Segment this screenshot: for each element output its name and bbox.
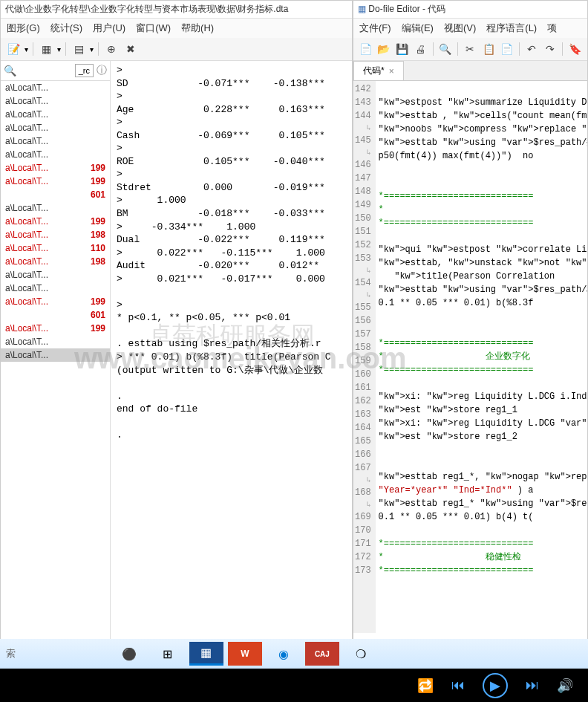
- menu-item[interactable]: 文件(F): [359, 22, 391, 35]
- paste-icon[interactable]: 📄: [499, 41, 514, 57]
- history-row[interactable]: a\Local\T...199: [1, 175, 110, 188]
- code-editor[interactable]: 142143144↳145↳146147148149150151152153↳1…: [353, 81, 587, 633]
- taskbar-edge[interactable]: ◉: [267, 642, 301, 666]
- close-icon[interactable]: ×: [389, 66, 394, 77]
- copy-icon[interactable]: 📋: [481, 41, 497, 57]
- more-icon[interactable]: ⊕: [103, 41, 120, 57]
- history-row[interactable]: a\Local\T...110: [1, 241, 110, 255]
- history-row[interactable]: a\Local\T...199: [1, 215, 110, 228]
- menu-item[interactable]: 程序语言(L): [486, 22, 537, 35]
- stata-titlebar: 代做\企业数字化转型\企业数字化转型与资本市场表现\数据\财务指标.dta: [1, 1, 352, 19]
- history-sidebar: 🔍 _rc ⓘ a\Local\T...a\Local\T...a\Local\…: [1, 61, 111, 646]
- history-row[interactable]: a\Local\T...: [1, 134, 110, 148]
- history-row[interactable]: a\Local\T...199: [1, 161, 110, 175]
- data-browse-icon[interactable]: ▤: [71, 41, 87, 57]
- prev-icon[interactable]: ⏮: [451, 677, 465, 693]
- stata-window: 代做\企业数字化转型\企业数字化转型与资本市场表现\数据\财务指标.dta 图形…: [0, 0, 353, 650]
- taskbar-app2[interactable]: ❍: [344, 642, 378, 666]
- taskbar-cortana[interactable]: ⚫: [112, 642, 146, 666]
- results-pane[interactable]: > SD -0.071*** -0.138*** > Age 0.228*** …: [111, 61, 352, 646]
- undo-icon[interactable]: ↶: [524, 41, 540, 57]
- taskbar-taskview[interactable]: ⊞: [151, 642, 185, 666]
- print-icon[interactable]: 🖨: [413, 41, 428, 57]
- menu-item[interactable]: 统计(S): [50, 22, 82, 35]
- stata-menubar: 图形(G)统计(S)用户(U)窗口(W)帮助(H): [1, 19, 352, 38]
- history-row[interactable]: a\Local\T...: [1, 108, 110, 121]
- history-row[interactable]: a\Local\T...198: [1, 228, 110, 241]
- redo-icon[interactable]: ↷: [543, 41, 558, 57]
- history-row[interactable]: a\Local\T...: [1, 335, 110, 348]
- windows-taskbar: 索 ⚫ ⊞ ▦ W ◉ CAJ ❍: [0, 639, 588, 669]
- history-row[interactable]: a\Local\T...: [1, 121, 110, 134]
- tab-strip: 代码* ×: [353, 61, 587, 81]
- dofile-menubar: 文件(F)编辑(E)视图(V)程序语言(L)项: [353, 19, 587, 38]
- tab-code[interactable]: 代码* ×: [353, 61, 404, 80]
- cut-icon[interactable]: ✂: [463, 41, 478, 57]
- dofile-toolbar: 📄 📂 💾 🖨 🔍 ✂ 📋 📄 ↶ ↷ 🔖: [353, 38, 587, 61]
- break-icon[interactable]: ✖: [122, 41, 139, 57]
- menu-item[interactable]: 窗口(W): [136, 22, 171, 35]
- history-row[interactable]: a\Local\T...199: [1, 295, 110, 308]
- history-row[interactable]: 601: [1, 308, 110, 322]
- menu-item[interactable]: 图形(G): [7, 22, 40, 35]
- menu-item[interactable]: 用户(U): [93, 22, 125, 35]
- dofile-icon[interactable]: 📝: [5, 41, 22, 57]
- search-icon[interactable]: 🔍: [438, 41, 454, 57]
- history-row[interactable]: a\Local\T...: [1, 282, 110, 295]
- history-row[interactable]: a\Local\T...: [1, 94, 110, 108]
- menu-item[interactable]: 视图(V): [444, 22, 476, 35]
- open-icon[interactable]: 📂: [376, 41, 392, 57]
- taskbar-caj[interactable]: CAJ: [305, 642, 339, 666]
- next-icon[interactable]: ⏭: [526, 677, 539, 693]
- history-row[interactable]: 601: [1, 188, 110, 201]
- repeat-icon[interactable]: 🔁: [417, 677, 434, 694]
- history-row[interactable]: a\Local\T...199: [1, 322, 110, 335]
- menu-item[interactable]: 编辑(E): [402, 22, 434, 35]
- dofile-titlebar: ▦ Do-file Editor - 代码: [353, 1, 587, 19]
- taskbar-app1[interactable]: ▦: [189, 642, 223, 666]
- volume-icon[interactable]: 🔊: [557, 677, 573, 694]
- history-row[interactable]: a\Local\T...: [1, 81, 110, 94]
- history-row[interactable]: a\Local\T...: [1, 201, 110, 215]
- bookmark-icon[interactable]: 🔖: [567, 41, 583, 57]
- search-label[interactable]: 索: [6, 647, 16, 660]
- save-icon[interactable]: 💾: [394, 41, 410, 57]
- history-row[interactable]: a\Local\T...: [1, 148, 110, 161]
- new-icon[interactable]: 📄: [358, 41, 373, 57]
- history-row[interactable]: a\Local\T...198: [1, 255, 110, 268]
- menu-item[interactable]: 项: [547, 22, 557, 35]
- dofile-editor-window: ▦ Do-file Editor - 代码 文件(F)编辑(E)视图(V)程序语…: [353, 0, 588, 650]
- rc-header: _rc: [75, 64, 94, 77]
- stata-toolbar: 📝▾ ▦▾ ▤▾ ⊕ ✖: [1, 38, 352, 61]
- history-row[interactable]: a\Local\T...: [1, 348, 110, 362]
- play-button[interactable]: ▶: [483, 673, 508, 698]
- taskbar-wps[interactable]: W: [228, 642, 262, 666]
- menu-item[interactable]: 帮助(H): [181, 22, 214, 35]
- history-row[interactable]: a\Local\T...: [1, 268, 110, 282]
- media-control-bar: 🔁 ⏮ ▶ ⏭ 🔊: [0, 669, 588, 702]
- data-editor-icon[interactable]: ▦: [38, 41, 54, 57]
